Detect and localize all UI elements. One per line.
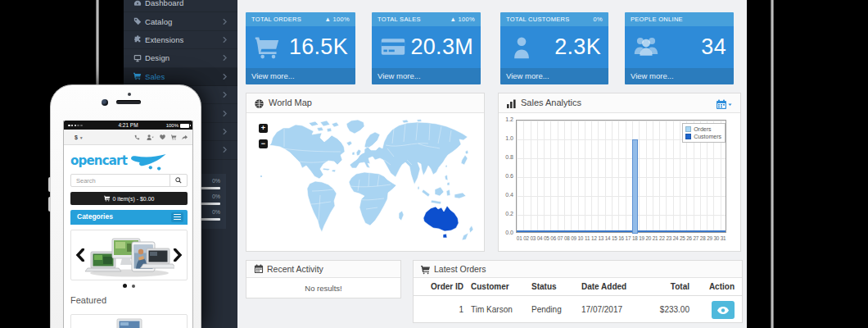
x-axis-label: 18 — [631, 235, 638, 241]
tile-delta-value: 0% — [594, 16, 603, 23]
legend-row-customers: Customers — [685, 133, 721, 140]
sidebar-item-dashboard[interactable]: Dashboard — [124, 0, 237, 12]
view-more-link[interactable]: View more... — [246, 68, 355, 84]
x-axis-label: 17 — [625, 235, 631, 241]
cart-icon — [133, 71, 142, 81]
view-more-link[interactable]: View more... — [372, 68, 481, 84]
col-action: Action — [704, 282, 735, 291]
cart-total-button[interactable]: 0 item(s) - $0.00 — [70, 192, 188, 205]
up-arrow-icon: ▲ — [324, 16, 331, 23]
x-axis-label: 16 — [617, 235, 624, 241]
map-zoom-out-button[interactable]: − — [259, 139, 268, 148]
cart-icon[interactable] — [171, 134, 177, 140]
orders-table-head: Order ID Customer Status Date Added Tota… — [414, 278, 742, 296]
panel-title: Sales Analytics — [521, 93, 581, 112]
tile-people-online: PEOPLE ONLINE 34 View more... — [625, 12, 734, 84]
tile-value: 34 — [701, 34, 726, 59]
col-status: Status — [531, 282, 557, 291]
tile-delta-value: 100% — [333, 16, 350, 23]
order-id-cell: 1 — [422, 305, 463, 314]
cart-icon — [254, 34, 280, 60]
carousel-dot-active[interactable] — [123, 284, 127, 288]
x-axis-label: 27 — [693, 235, 699, 241]
phone-status-bar: 4:21 PM 100% — [64, 121, 192, 130]
x-axis-label: 22 — [658, 235, 665, 241]
carousel-dot[interactable] — [132, 285, 135, 288]
tile-title: TOTAL CUSTOMERS — [506, 16, 570, 23]
x-axis-label: 12 — [590, 235, 597, 241]
phone-icon[interactable] — [134, 134, 140, 140]
stat-percent-label: 0% — [212, 194, 220, 199]
tile-title: TOTAL SALES — [377, 16, 421, 23]
categories-label: Categories — [77, 210, 113, 225]
chevron-right-icon — [223, 111, 227, 116]
sidebar-item-sales[interactable]: Sales — [124, 68, 237, 86]
x-axis-label: 05 — [543, 235, 549, 241]
sidebar-item-extensions[interactable]: Extensions — [124, 31, 237, 49]
panel-title: Latest Orders — [434, 261, 486, 277]
search-button[interactable] — [170, 175, 187, 186]
featured-product-card[interactable] — [70, 314, 188, 328]
status-cell: Pending — [531, 305, 562, 314]
tile-body: 2.3K — [500, 26, 608, 68]
caret-down-icon: ▼ — [79, 135, 84, 140]
search-input[interactable]: Search — [76, 175, 96, 187]
sidebar-item-label: Sales — [145, 72, 165, 81]
x-axis-label: 23 — [666, 235, 672, 241]
x-axis-label: 11 — [584, 235, 590, 241]
y-axis-label: 1.0 — [499, 135, 513, 141]
tile-header: PEOPLE ONLINE — [625, 12, 734, 26]
phone-screen: 4:21 PM 100% $ ▼ opencart — [63, 121, 193, 328]
customer-cell: Tim Karson — [471, 305, 513, 314]
col-order-id: Order ID — [422, 282, 463, 291]
x-axis-label: 14 — [604, 235, 611, 241]
carousel-dots[interactable] — [70, 284, 188, 288]
currency-dropdown[interactable]: $ ▼ — [75, 130, 84, 146]
tile-delta: ▲ 100% — [324, 12, 350, 27]
y-axis-label: 0.6 — [499, 173, 513, 179]
tile-body: 16.5K — [246, 26, 355, 68]
battery-icon — [180, 124, 189, 128]
sidebar-item-label: Catalog — [145, 17, 172, 26]
sales-analytics-header: Sales Analytics — [499, 93, 740, 113]
map-country-australia[interactable] — [423, 206, 459, 238]
chevron-right-icon — [223, 37, 227, 43]
tile-header: TOTAL CUSTOMERS 0% — [500, 12, 608, 26]
user-icon[interactable] — [146, 134, 155, 140]
featured-product-image — [109, 318, 150, 328]
sidebar-item-catalog[interactable]: Catalog — [124, 12, 237, 30]
dashboard-icon — [133, 0, 142, 8]
phone-volume-down-button — [48, 197, 51, 212]
heart-icon[interactable] — [160, 134, 165, 140]
opencart-logo[interactable]: opencart — [70, 152, 167, 171]
tile-value: 20.3M — [410, 34, 473, 59]
world-map[interactable] — [255, 117, 477, 247]
sidebar-item-design[interactable]: Design — [124, 49, 237, 67]
x-axis-label: 09 — [570, 235, 576, 241]
currency-symbol: $ — [75, 134, 78, 140]
recent-activity-header: Recent Activity — [246, 261, 400, 278]
view-more-link[interactable]: View more... — [500, 68, 608, 84]
featured-heading: Featured — [70, 295, 106, 305]
x-axis-label: 20 — [645, 235, 652, 241]
col-total: Total — [643, 282, 689, 291]
x-axis-label: 30 — [713, 235, 720, 241]
customers-zero-line — [517, 230, 726, 232]
hamburger-menu-icon[interactable] — [171, 212, 183, 223]
date-range-dropdown[interactable] — [716, 98, 732, 116]
share-icon[interactable] — [182, 134, 188, 140]
tile-total-customers: TOTAL CUSTOMERS 0% 2.3K View more... — [500, 12, 608, 84]
opencart-logo-swoosh — [129, 153, 167, 171]
view-more-link[interactable]: View more... — [625, 68, 734, 84]
carousel-prev-button[interactable] — [75, 248, 84, 262]
carousel-next-button[interactable] — [174, 248, 183, 262]
tile-delta: ▲ 100% — [450, 12, 475, 27]
legend-label-customers: Customers — [694, 134, 721, 139]
cart-button-label: 0 item(s) - $0.00 — [113, 196, 155, 202]
y-axis-label: 0.2 — [499, 211, 513, 216]
view-order-button[interactable] — [712, 301, 735, 319]
categories-bar[interactable]: Categories — [70, 210, 188, 225]
store-search: Search — [70, 174, 188, 187]
tile-total-sales: TOTAL SALES ▲ 100% 20.3M View more... — [372, 12, 481, 84]
map-zoom-in-button[interactable]: + — [259, 124, 268, 133]
